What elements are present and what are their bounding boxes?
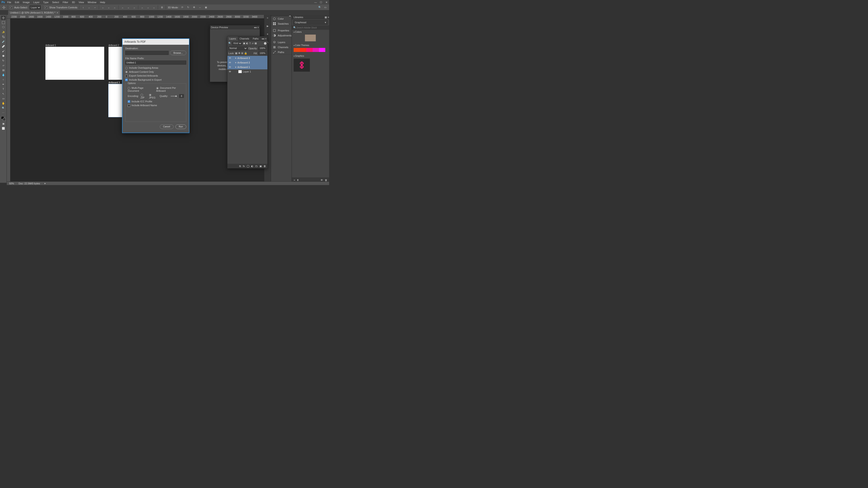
blur-tool[interactable]: 💧 xyxy=(1,73,6,77)
menu-help[interactable]: Help xyxy=(98,0,107,4)
zip-radio[interactable] xyxy=(141,94,143,96)
filter-type-icon[interactable]: T xyxy=(249,42,251,45)
layers-tab[interactable]: Layers xyxy=(227,36,238,41)
auto-select-checkbox[interactable] xyxy=(10,6,12,9)
filter-toggle-icon[interactable]: ⬤ xyxy=(264,42,267,45)
dodge-tool[interactable]: ○ xyxy=(1,77,6,82)
gradient-tool[interactable]: ▤ xyxy=(1,68,6,72)
colors-section[interactable]: Colors xyxy=(292,30,329,34)
filter-shape-icon[interactable]: ▱ xyxy=(252,42,254,45)
menu-file[interactable]: File xyxy=(5,0,13,4)
library-search-input[interactable] xyxy=(296,26,328,29)
align-left-icon[interactable]: ⫞ xyxy=(81,5,85,9)
delete-layer-icon[interactable]: 🗑 xyxy=(264,165,266,167)
align-hcenter-icon[interactable]: ⫠ xyxy=(87,5,91,9)
auto-select-dropdown[interactable]: Layer xyxy=(30,5,41,9)
menu-view[interactable]: View xyxy=(77,0,86,4)
lasso-tool[interactable] xyxy=(1,25,6,29)
eyedropper-tool[interactable]: 💉 xyxy=(1,39,6,43)
distribute-hcenter-icon[interactable]: ⫠ xyxy=(146,5,150,9)
close-tab-icon[interactable]: × xyxy=(57,11,58,14)
include-overlap-radio[interactable] xyxy=(125,67,128,69)
per-artboard-radio[interactable] xyxy=(156,87,159,90)
eraser-tool[interactable]: ▱ xyxy=(1,63,6,67)
artboard-1[interactable] xyxy=(45,47,104,80)
distribute-top-icon[interactable]: ⫠ xyxy=(121,5,125,9)
jpeg-radio[interactable] xyxy=(149,94,151,96)
filter-adjust-icon[interactable]: ◐ xyxy=(246,42,248,45)
content-only-radio[interactable] xyxy=(125,71,128,73)
paths-panel-tab[interactable]: Paths xyxy=(271,50,291,55)
adjustment-layer-icon[interactable]: ◐ xyxy=(251,165,253,168)
align-top-icon[interactable]: ⫠ xyxy=(101,5,105,9)
quality-slider[interactable] xyxy=(170,96,177,96)
visibility-icon[interactable]: 👁 xyxy=(228,57,231,59)
distribute-vcenter-icon[interactable]: ⫠ xyxy=(126,5,130,9)
theme-swatch-2[interactable] xyxy=(300,48,306,52)
align-right-icon[interactable]: ⫟ xyxy=(93,5,97,9)
menu-window[interactable]: Window xyxy=(86,0,98,4)
grid-view-icon[interactable]: ▦ xyxy=(324,16,327,19)
lock-position-icon[interactable]: ✥ xyxy=(238,52,240,55)
stamp-tool[interactable]: ⬢ xyxy=(1,54,6,58)
menu-type[interactable]: Type xyxy=(41,0,51,4)
layers-panel-tab[interactable]: Layers xyxy=(271,40,291,45)
layer-artboard-2[interactable]: 👁▾Artboard 2 xyxy=(227,60,268,65)
collapse-icon[interactable]: ◂◂ xyxy=(254,26,256,29)
channels-panel-tab[interactable]: Channels xyxy=(271,45,291,50)
healing-tool[interactable]: 🩹 xyxy=(1,44,6,48)
swatches-panel-tab[interactable]: Swatches xyxy=(271,21,291,26)
group-icon[interactable]: 🗀 xyxy=(255,165,258,167)
align-bottom-icon[interactable]: ⫠ xyxy=(113,5,117,9)
collapse-arrow-icon[interactable]: ▾ xyxy=(235,57,237,60)
window-minimize-icon[interactable]: — xyxy=(313,0,318,4)
document-tab[interactable]: Untitled-1 @ 50% (Artboard 3, RGB/8#) * … xyxy=(8,10,60,15)
icc-checkbox[interactable] xyxy=(128,100,130,103)
menu-filter[interactable]: Filter xyxy=(61,0,70,4)
pen-tool[interactable]: ✒ xyxy=(1,82,6,86)
3d-zoom-icon[interactable]: ▣ xyxy=(204,5,208,9)
3d-orbit-icon[interactable]: ⟳ xyxy=(180,5,184,9)
window-close-icon[interactable]: ✕ xyxy=(324,0,329,4)
zoom-level[interactable]: 50% xyxy=(9,182,14,185)
menu-image[interactable]: Image xyxy=(21,0,32,4)
include-name-checkbox[interactable] xyxy=(128,104,130,107)
filter-smart-icon[interactable]: ▦ xyxy=(254,42,257,45)
history-panel-icon[interactable]: ≡ xyxy=(266,16,270,20)
graphics-section[interactable]: Graphics xyxy=(292,54,329,58)
color-panel-tab[interactable]: Color xyxy=(271,16,291,21)
export-selected-checkbox[interactable] xyxy=(125,75,128,77)
theme-swatch-3[interactable] xyxy=(306,48,313,52)
artboard-2-label[interactable]: Artboard 2 xyxy=(108,44,119,46)
zoom-tool[interactable]: 🔍 xyxy=(1,106,6,110)
distribute-left-icon[interactable]: ⫠ xyxy=(140,5,144,9)
path-select-tool[interactable]: ↖ xyxy=(1,92,6,96)
fill-input[interactable] xyxy=(258,52,267,55)
multipage-radio[interactable] xyxy=(128,87,130,90)
actions-panel-icon[interactable]: ▶ xyxy=(266,24,270,28)
3d-roll-icon[interactable]: ↻ xyxy=(186,5,190,9)
window-maximize-icon[interactable]: ☐ xyxy=(318,0,324,4)
properties-panel-tab[interactable]: Properties xyxy=(271,28,291,33)
quickmask-tool[interactable]: ▣ xyxy=(1,122,6,126)
artboard-3-label[interactable]: Artboard 3 xyxy=(108,81,120,84)
move-tool-icon[interactable] xyxy=(2,5,6,9)
collapse-arrow-icon[interactable]: ▾ xyxy=(235,61,237,64)
collapse-icon[interactable]: ◂◂ xyxy=(261,37,264,40)
run-button[interactable]: Run xyxy=(176,125,186,129)
hand-tool[interactable]: ✋ xyxy=(1,101,6,105)
list-view-icon[interactable]: ≡ xyxy=(328,16,329,19)
distribute-right-icon[interactable]: ⫠ xyxy=(152,5,156,9)
include-bg-checkbox[interactable] xyxy=(125,78,128,81)
lock-pixels-icon[interactable]: ▦ xyxy=(235,52,237,55)
menu-select[interactable]: Select xyxy=(51,0,61,4)
theme-swatch-1[interactable] xyxy=(293,48,300,52)
menu-layer[interactable]: Layer xyxy=(31,0,41,4)
color-swatch-2[interactable] xyxy=(305,35,316,41)
panel-menu-icon[interactable]: ≡ xyxy=(265,37,267,40)
link-layers-icon[interactable]: ⧉ xyxy=(239,165,241,168)
edit-toolbar-icon[interactable]: ⋯ xyxy=(1,111,6,115)
themes-section[interactable]: Color Themes xyxy=(292,43,329,47)
sync-icon[interactable]: 👁 xyxy=(320,179,323,182)
move-tool[interactable] xyxy=(1,16,6,20)
